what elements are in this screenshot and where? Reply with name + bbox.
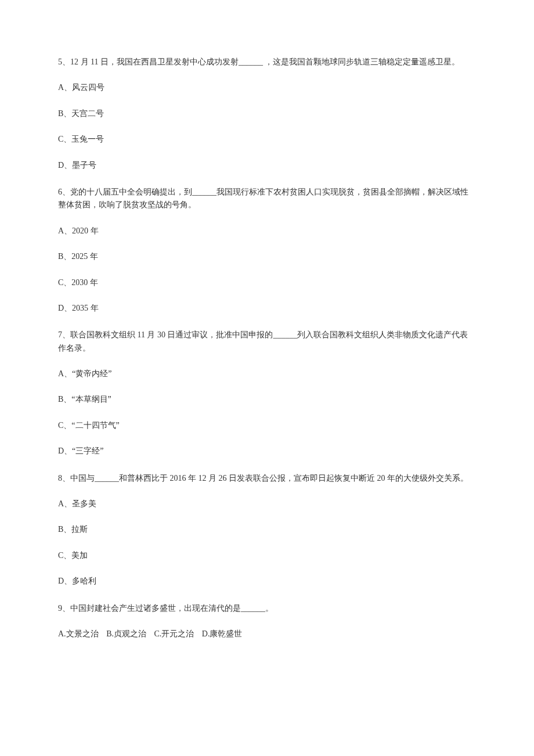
question-8: 8、中国与______和普林西比于 2016 年 12 月 26 日发表联合公报… bbox=[58, 472, 476, 588]
option-c: C、2030 年 bbox=[58, 276, 476, 289]
option-b: B、“本草纲目” bbox=[58, 393, 476, 406]
option-d: D、墨子号 bbox=[58, 159, 476, 172]
option-a: A、2020 年 bbox=[58, 225, 476, 237]
option-d: D、“三字经” bbox=[58, 445, 476, 458]
option-b: B.贞观之治 bbox=[106, 629, 146, 638]
question-5: 5、12 月 11 日，我国在西昌卫星发射中心成功发射______ ，这是我国首… bbox=[58, 56, 476, 172]
option-c: C、美加 bbox=[58, 549, 476, 562]
option-d: D、2035 年 bbox=[58, 302, 476, 315]
option-a: A、风云四号 bbox=[58, 81, 476, 94]
option-d: D.康乾盛世 bbox=[202, 629, 243, 638]
option-b: B、拉斯 bbox=[58, 523, 476, 536]
options-inline: A.文景之治 B.贞观之治 C.开元之治 D.康乾盛世 bbox=[58, 628, 476, 640]
option-a: A.文景之治 bbox=[58, 629, 99, 638]
question-stem: 8、中国与______和普林西比于 2016 年 12 月 26 日发表联合公报… bbox=[58, 472, 476, 485]
option-c: C、玉兔一号 bbox=[58, 133, 476, 146]
option-b: B、天宫二号 bbox=[58, 107, 476, 120]
question-9: 9、中国封建社会产生过诸多盛世，出现在清代的是______。 A.文景之治 B.… bbox=[58, 602, 476, 641]
option-c: C、“二十四节气” bbox=[58, 419, 476, 432]
document-page: 5、12 月 11 日，我国在西昌卫星发射中心成功发射______ ，这是我国首… bbox=[0, 0, 534, 756]
question-stem: 7、联合国教科文组织 11 月 30 日通过审议，批准中国申报的______列入… bbox=[58, 329, 476, 355]
option-c: C.开元之治 bbox=[154, 629, 194, 638]
option-d: D、多哈利 bbox=[58, 575, 476, 588]
question-stem: 6、党的十八届五中全会明确提出，到______我国现行标准下农村贫困人口实现脱贫… bbox=[58, 186, 476, 212]
option-b: B、2025 年 bbox=[58, 250, 476, 263]
question-stem: 9、中国封建社会产生过诸多盛世，出现在清代的是______。 bbox=[58, 602, 476, 615]
option-a: A、“黄帝内经” bbox=[58, 368, 476, 380]
question-6: 6、党的十八届五中全会明确提出，到______我国现行标准下农村贫困人口实现脱贫… bbox=[58, 186, 476, 315]
question-7: 7、联合国教科文组织 11 月 30 日通过审议，批准中国申报的______列入… bbox=[58, 329, 476, 458]
question-stem: 5、12 月 11 日，我国在西昌卫星发射中心成功发射______ ，这是我国首… bbox=[58, 56, 476, 69]
option-a: A、圣多美 bbox=[58, 498, 476, 510]
